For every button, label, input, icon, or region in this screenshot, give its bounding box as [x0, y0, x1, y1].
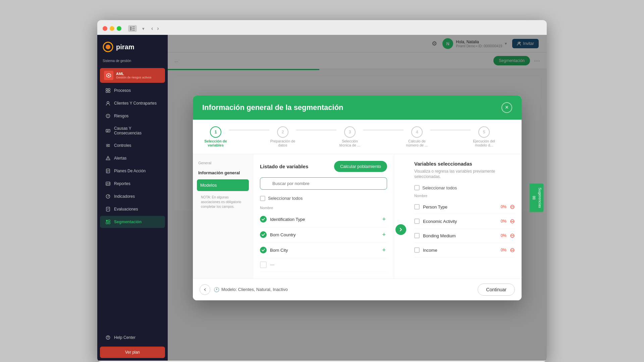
svg-rect-40 [106, 222, 108, 224]
modal-header: Información general de la segmentación × [193, 96, 522, 120]
sugerencias-tab[interactable]: Sugerencias ✉ [529, 183, 543, 212]
sel-income-remove-button[interactable]: ⊖ [510, 246, 515, 254]
riesgos-icon [105, 113, 111, 119]
selected-item-income: Income 0% ⊖ [414, 243, 515, 257]
var-id-type-add-button[interactable]: + [381, 215, 387, 224]
variables-col-header: Nombre [260, 206, 387, 210]
sidebar-item-segmentacion[interactable]: Segmentación [100, 216, 165, 228]
variable-list: Identification Type + [260, 212, 387, 272]
selected-panel-title: Variables seleccionadas [414, 161, 515, 167]
fullscreen-window-button[interactable] [117, 26, 121, 31]
modal-title: Información general de la segmentación [202, 103, 343, 112]
dropdown-icon[interactable]: ▾ [142, 26, 145, 31]
sidebar-item-planes[interactable]: Planes De Acción [100, 165, 165, 177]
modal-note: NOTA: En algunas asociaciones es obligat… [197, 191, 249, 213]
var-more-checkbox[interactable] [260, 261, 267, 268]
causas-label: Causas Y Consecuencias [114, 126, 160, 135]
svg-rect-15 [106, 129, 110, 132]
var-born-country-add-button[interactable]: + [381, 231, 387, 239]
reportes-label: Reportes [114, 181, 130, 186]
var-born-country-checkbox[interactable] [260, 231, 267, 238]
svg-rect-0 [130, 26, 131, 31]
sel-bonding-medium-remove-button[interactable]: ⊖ [510, 232, 515, 239]
sidebar-item-causas[interactable]: Causas Y Consecuencias [100, 123, 165, 139]
sidebar-item-help[interactable]: Help Center [100, 331, 165, 344]
svg-rect-7 [106, 88, 108, 90]
modal-sidebar-general-label: General [197, 161, 249, 165]
step-5[interactable]: 5 Ejecución del modelo d... [471, 126, 497, 147]
close-window-button[interactable] [103, 26, 107, 31]
steps-bar: 1 Selección de variables 2 Preparación d… [193, 120, 522, 154]
step-5-circle: 5 [478, 126, 490, 138]
sel-person-type-remove-button[interactable]: ⊖ [510, 203, 515, 210]
svg-point-11 [107, 102, 109, 104]
footer-back-button[interactable] [200, 284, 210, 295]
causas-icon [105, 128, 111, 133]
selected-select-all-checkbox[interactable] [414, 185, 420, 190]
sel-person-type-checkbox[interactable] [414, 204, 420, 209]
sidebar-toggle-button[interactable] [128, 25, 137, 32]
sidebar-item-reportes[interactable]: Reportes [100, 178, 165, 190]
variables-panel-title: Listado de variables [260, 164, 308, 169]
sel-income-checkbox[interactable] [414, 247, 420, 253]
ver-plan-button[interactable]: Ver plan [100, 347, 165, 358]
modal-content: Listado de variables Calcular poblamient… [253, 154, 522, 279]
step-2[interactable]: 2 Preparación de datos [269, 126, 296, 147]
controles-label: Controles [114, 143, 131, 148]
var-born-city-checkbox[interactable] [260, 247, 267, 253]
step-line-1-2 [229, 130, 269, 130]
select-all-label: Seleccionar todos [268, 196, 303, 201]
step-1-circle: 1 [210, 126, 221, 138]
step-3-label: Selección técnica de ... [336, 139, 363, 147]
sidebar-item-controles[interactable]: Controles [100, 139, 165, 152]
step-1-label: Selección de variables [202, 139, 229, 147]
minimize-window-button[interactable] [110, 26, 114, 31]
clientes-label: Clientes Y Contrapartes [114, 101, 157, 106]
footer-left: 🕐 Modelo: Clientes, Natural, Inactivo [200, 284, 288, 295]
variables-header: Listado de variables Calcular poblamient… [260, 161, 387, 172]
step-1[interactable]: 1 Selección de variables [202, 126, 229, 147]
var-id-type-label: Identification Type [270, 217, 377, 222]
help-icon [105, 335, 111, 340]
segmentacion-icon [105, 219, 111, 225]
svg-point-43 [108, 338, 108, 339]
svg-rect-1 [132, 26, 135, 27]
evaluaciones-icon [105, 206, 111, 212]
sel-income-label: Income [423, 248, 497, 253]
logo-text: piram [116, 43, 134, 51]
var-born-city-add-button[interactable]: + [381, 246, 387, 254]
modal-sidebar-modelos[interactable]: Modelos [197, 179, 249, 191]
selected-select-all-row: Seleccionar todos [414, 185, 515, 190]
sel-economic-activity-checkbox[interactable] [414, 219, 420, 224]
search-input[interactable] [260, 177, 387, 190]
sel-person-type-percent: 0% [501, 204, 506, 209]
sidebar-item-alertas[interactable]: Alertas [100, 152, 165, 164]
sidebar-item-indicadores[interactable]: Indicadores [100, 190, 165, 202]
app-logo: piram [97, 35, 168, 59]
sel-economic-activity-remove-button[interactable]: ⊖ [510, 218, 515, 225]
select-all-checkbox[interactable] [260, 196, 265, 201]
search-wrapper: 🔍 [260, 177, 387, 190]
step-4[interactable]: 4 Cálculo de número de ... [404, 126, 430, 147]
var-born-city-label: Born City [270, 248, 377, 253]
calcular-poblamiento-button[interactable]: Calcular poblamiento [334, 161, 387, 172]
var-id-type-checkbox[interactable] [260, 216, 267, 223]
selected-item-person-type: Person Type 0% ⊖ [414, 200, 515, 214]
sel-bonding-medium-checkbox[interactable] [414, 233, 420, 238]
forward-nav-button[interactable]: › [156, 25, 160, 32]
selected-col-header: Nombre [414, 194, 515, 198]
sidebar-item-evaluaciones[interactable]: Evaluaciones [100, 203, 165, 215]
sidebar-item-procesos[interactable]: Procesos [100, 84, 165, 97]
sidebar-item-riesgos[interactable]: Riesgos [100, 110, 165, 122]
svg-point-23 [107, 146, 108, 147]
sidebar-item-clientes[interactable]: Clientes Y Contrapartes [100, 97, 165, 109]
transfer-arrow-button[interactable] [395, 224, 406, 235]
step-line-3-4 [363, 130, 404, 130]
step-3[interactable]: 3 Selección técnica de ... [336, 126, 363, 147]
reportes-icon [105, 181, 111, 186]
continuar-button[interactable]: Continuar [478, 284, 515, 296]
sidebar-item-aml[interactable]: AML Gestión de riesgos activos [100, 68, 165, 83]
back-nav-button[interactable]: ‹ [150, 25, 154, 32]
sugerencias-mail-icon: ✉ [531, 196, 536, 200]
modal-close-button[interactable]: × [501, 102, 512, 113]
